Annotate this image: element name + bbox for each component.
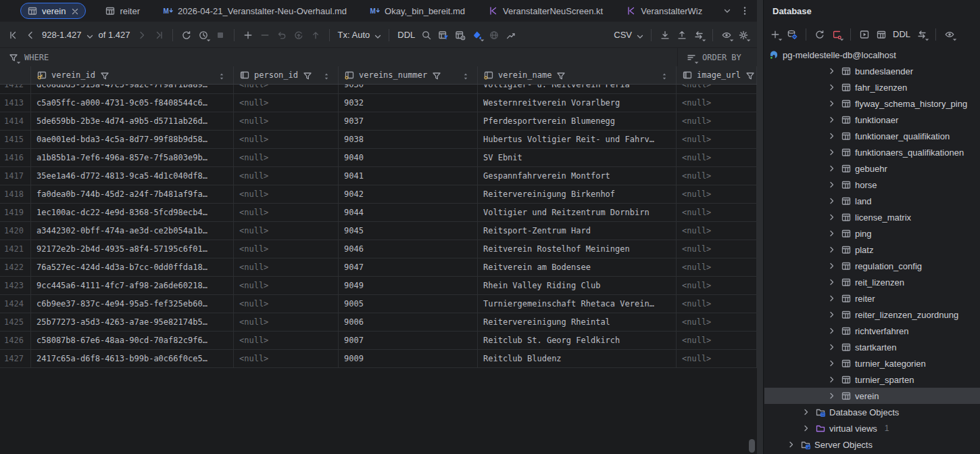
chevron-right-icon[interactable] [827,325,837,336]
eye-icon[interactable] [944,29,955,40]
color-format-icon[interactable] [472,30,483,41]
cell-person_id[interactable]: <null> [234,258,339,276]
cell-person_id[interactable]: <null> [234,350,339,367]
cell-image_url[interactable]: <null> [677,85,757,93]
filter-funnel-icon[interactable] [99,70,109,80]
add-row-icon[interactable] [243,30,253,41]
sort-icon[interactable] [321,71,329,79]
ddl-button[interactable]: DDL [397,30,415,40]
cell-verein_id[interactable]: 35ee1a46-d772-4813-9ca5-4d1c040df8… [31,167,234,185]
stop-icon[interactable] [215,30,226,41]
cell-verein_name[interactable]: Voltigier- u. Reitverein Feria [478,85,677,93]
cell-person_id[interactable]: <null> [234,313,339,331]
cell-verein_name[interactable]: Westernreitverein Vorarlberg [478,94,677,112]
where-input[interactable]: WHERE [0,48,677,66]
tree-item-table-land[interactable]: land [764,193,980,209]
cell-verein_id[interactable]: a1b85b1a-7ef6-496a-857e-7f5a803e9b… [31,149,234,166]
filter-funnel-icon[interactable] [556,70,565,80]
tree-item-table-reiter[interactable]: reiter [764,290,980,307]
tree-item-table-regulation_config[interactable]: regulation_config [764,258,980,274]
tree-item-group[interactable]: Server Objects [764,436,980,453]
tree-item-connection[interactable]: pg-meldestelle-db@localhost [764,47,980,63]
filter-funnel-icon[interactable] [431,70,441,80]
cell-verein_name[interactable]: Turniergemeinschaft Rhetaca Verein… [478,295,677,313]
cell-image_url[interactable]: <null> [677,204,757,221]
cell-verein_name[interactable]: Reitverein am Bodensee [478,258,677,276]
chevron-right-icon[interactable] [827,179,837,190]
ddl-button[interactable]: DDL [893,29,910,39]
eye-icon[interactable] [721,30,732,41]
cell-person_id[interactable]: <null> [234,222,339,240]
cell-verein_name[interactable]: Pferdesportverein Blumenegg [478,112,677,130]
history-clock-icon[interactable] [198,30,209,41]
kebab-menu-icon[interactable] [739,5,750,16]
tree-item-table-funktionaer_qualifikation[interactable]: funktionaer_qualifikation [764,128,980,144]
cell-verein_id[interactable]: c6b9ee37-837c-4e94-95a5-fef325eb60… [31,295,234,313]
editor-tab[interactable]: MOkay,_bin_bereit.md [366,3,469,19]
data-source-settings-icon[interactable] [787,29,798,40]
chevron-right-icon[interactable] [827,374,837,385]
cell-verein_id[interactable]: 92172e2b-2b4d-4935-a8f4-57195c6f01… [31,240,234,258]
cell-vereins_nummer[interactable]: 9030 [339,85,478,93]
submit-icon[interactable] [310,30,321,41]
cell-verein_name[interactable]: Gespannfahrverein Montfort [478,167,677,185]
gear-icon[interactable] [738,30,749,41]
table-icon[interactable] [876,29,887,40]
next-page-icon[interactable] [137,30,147,41]
query-console-icon[interactable] [859,29,870,40]
vertical-scrollbar[interactable] [749,439,755,453]
cell-image_url[interactable]: <null> [677,222,757,240]
chevron-right-icon[interactable] [801,407,812,417]
chevron-right-icon[interactable] [827,147,837,158]
table-row[interactable]: 142276a527ec-424d-4d3a-b7cc-0dd0ffda18…<… [0,258,757,277]
panel-divider[interactable] [757,0,764,454]
editor-tab[interactable]: VeranstalterNeuScreen.kt [484,3,607,19]
cell-image_url[interactable]: <null> [677,94,757,112]
cell-vereins_nummer[interactable]: 9005 [339,295,478,313]
cell-vereins_nummer[interactable]: 9006 [339,313,478,331]
tree-item-table-ping[interactable]: ping [764,225,980,242]
editor-tab[interactable]: M2026-04-21_Veranstalter-Neu-Overhaul.md [159,3,351,19]
filter-funnel-icon[interactable] [302,70,312,80]
chevron-right-icon[interactable] [786,439,797,450]
table-row[interactable]: 1412dc08dbd3-513a-47c5-9a2c-7f9af1ba89…<… [0,85,757,94]
tree-item-table-gebuehr[interactable]: gebuehr [764,160,980,177]
cell-person_id[interactable]: <null> [234,131,339,148]
chevron-right-icon[interactable] [827,244,837,255]
table-row[interactable]: 14191ec100ac-dc22-4e9d-8368-5fcd98ecb4…<… [0,204,757,222]
cell-image_url[interactable]: <null> [677,350,757,367]
chevron-down-icon[interactable] [722,5,733,16]
table-filter-icon[interactable] [438,30,449,41]
tree-item-table-reiter_lizenzen_zuordnung[interactable]: reiter_lizenzen_zuordnung [764,307,980,323]
refresh-icon[interactable] [814,29,825,40]
table-row[interactable]: 142525b77273-a5d3-4263-a7ae-95e82174b5…<… [0,313,757,332]
cell-vereins_nummer[interactable]: 9047 [339,258,478,276]
tree-item-table-horse[interactable]: horse [764,177,980,193]
import-icon[interactable] [677,30,687,41]
editor-tab[interactable]: verein [20,3,86,19]
editor-tab[interactable]: reiter [101,3,144,19]
tx-mode-dropdown[interactable]: Tx: Auto [338,30,381,40]
table-row[interactable]: 14150ae001ed-bda3-4c5a-8d77-99f88b9d58…<… [0,131,757,149]
tree-item-table-funktionaers_qualifikationen[interactable]: funktionaers_qualifikationen [764,144,980,160]
tree-item-table-turnier_sparten[interactable]: turnier_sparten [764,371,980,388]
cell-image_url[interactable]: <null> [677,240,757,258]
cell-image_url[interactable]: <null> [677,149,757,166]
tree-item-table-flyway_schema_history_ping[interactable]: flyway_schema_history_ping [764,95,980,112]
cell-verein_name[interactable]: Reitervereinigung Rheintal [478,313,677,331]
editor-tab[interactable]: VeranstalterWiz [622,3,706,19]
sort-icon[interactable] [659,71,667,79]
cell-vereins_nummer[interactable]: 9032 [339,94,478,112]
cell-person_id[interactable]: <null> [234,332,339,349]
sort-icon[interactable] [216,71,224,79]
column-header-verein_name[interactable]: verein_name [478,66,677,84]
cell-verein_id[interactable]: 25b77273-a5d3-4263-a7ae-95e82174b5… [31,313,234,331]
cell-person_id[interactable]: <null> [234,167,339,185]
chevron-right-icon[interactable] [827,228,837,239]
hide-columns-icon[interactable] [455,30,466,41]
tree-item-table-platz[interactable]: platz [764,242,980,258]
export-format-dropdown[interactable]: CSV [614,30,643,40]
cell-verein_name[interactable]: Hubertus Voltigier Reit- und Fahrv… [478,131,677,148]
delete-row-icon[interactable] [260,30,270,41]
chevron-right-icon[interactable] [827,212,837,223]
